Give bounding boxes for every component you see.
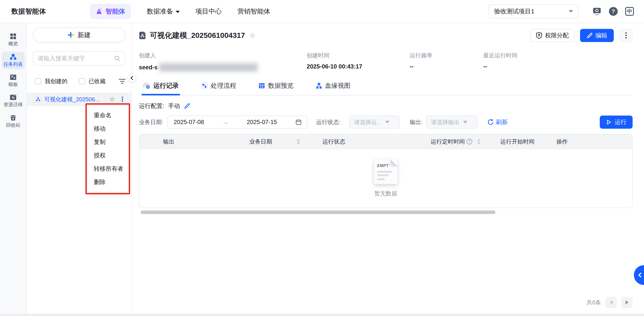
column-run-schedule-time-label: 运行定时时间 [431,138,465,146]
rail-item-recycle-bin[interactable]: 回收站 [2,112,25,130]
checkbox-starred[interactable] [79,78,85,84]
run-records-table: 输出 业务日期 运行状态 运行定时时间 ? 运行开始时间 操作 [139,134,632,208]
context-menu-item-copy[interactable]: 复制 [88,135,128,149]
nav-item-marketing-agent[interactable]: 营销智能体 [238,7,270,16]
meta-creator-value: seed-s [139,64,158,71]
rail-item-task-list-label: 任务列表 [4,62,23,67]
context-menu-item-transfer-owner[interactable]: 转移所有者 [88,162,128,175]
new-button[interactable]: 新建 [33,27,125,42]
title-star-icon[interactable]: ☆ [250,32,256,39]
kebab-menu-icon[interactable]: ⋮ [119,96,126,103]
list-item[interactable]: 可视化建模_202506... ☆ ⋮ [27,93,132,106]
arrow-right-icon: → [222,119,228,126]
tab-run-records[interactable]: 运行记录 [143,81,179,95]
output-placeholder: 请选择输出 [431,118,460,126]
pencil-icon [586,32,593,38]
rail-item-template-label: 模板 [8,82,18,87]
tab-data-preview[interactable]: 数据预览 [258,81,294,95]
chevron-right-icon [626,300,628,305]
question-circle-icon[interactable]: ? [466,139,472,144]
context-menu-item-rename[interactable]: 重命名 [88,109,128,122]
rail-item-template[interactable]: 模板 [2,72,25,89]
search-icon [114,55,120,62]
trash-icon [10,115,16,121]
rail-item-overview[interactable]: 概览 [2,31,25,48]
run-status-select[interactable]: 请选择运... [349,116,400,129]
run-button[interactable]: 运行 [600,116,632,129]
edit-button[interactable]: 编辑 [580,29,614,42]
agent-icon [96,8,102,15]
column-run-schedule-time: 运行定时时间 ? [413,138,494,146]
nav-item-marketing-agent-label: 营销智能体 [238,7,270,16]
scrollbar-thumb[interactable] [141,211,496,214]
date-start-value[interactable]: 2025-07-08 [174,119,204,126]
empty-text: 暂无数据 [374,190,397,197]
nav-item-agent[interactable]: 智能体 [90,4,131,19]
edit-config-pencil-icon[interactable] [184,103,190,109]
panel-collapse-button[interactable] [128,73,136,82]
column-business-date: 业务日期 [234,138,317,146]
rail-item-recycle-bin-label: 回收站 [6,123,20,128]
run-config-value: 手动 [168,102,180,110]
detail-header: 可视化建模_2025061004317 ☆ 权限分配 编辑 [139,29,632,42]
output-select[interactable]: 请选择输出 [426,116,478,129]
sort-icon[interactable] [296,139,300,144]
pagination: 共0条 [586,297,632,308]
meta-run-frequency-label: 运行频率 [410,52,432,59]
permission-button-label: 权限分配 [545,31,569,39]
date-range-picker[interactable]: 2025-07-08 → 2025-07-15 [167,116,307,129]
pagination-total: 共0条 [586,299,601,306]
lineage-icon [316,82,322,89]
meta-row: 创建人 seed-s 创建时间 2025-06-10 00:43:17 运行频率… [139,52,632,72]
nav-item-project-center[interactable]: 项目中心 [196,7,222,16]
date-end-value[interactable]: 2025-07-15 [247,119,277,126]
checkbox-created-by-me[interactable] [35,78,41,84]
chevron-down-icon [569,10,573,13]
checkbox-created-by-me-label[interactable]: 我创建的 [45,77,68,85]
meta-created-time-label: 创建时间 [307,52,362,59]
checkbox-starred-label[interactable]: 已收藏 [88,77,106,85]
more-actions-button[interactable] [620,29,632,42]
template-icon [10,74,16,80]
context-menu-item-move[interactable]: 移动 [88,122,128,135]
edit-button-label: 编辑 [595,31,607,39]
permission-button[interactable]: 权限分配 [530,29,574,42]
context-menu-item-delete[interactable]: 删除 [88,175,128,189]
column-run-start-time-label: 运行开始时间 [500,138,534,146]
refresh-button[interactable]: 刷新 [488,118,508,126]
run-filter-bar: 业务日期: 2025-07-08 → 2025-07-15 运行状态: 请选择运… [139,116,632,129]
tab-process-flow[interactable]: 处理流程 [201,81,236,95]
filter-icon[interactable] [119,79,126,84]
meta-run-frequency-value: -- [410,63,432,70]
project-select[interactable]: 验收测试项目1 [488,4,579,18]
empty-doc-text: EMPTY [377,163,390,168]
column-business-date-label: 业务日期 [249,138,272,146]
main-content: 可视化建模_2025061004317 ☆ 权限分配 编辑 [132,23,644,314]
rail-item-resource-migration[interactable]: 资源迁移 [2,92,25,109]
meta-creator-label: 创建人 [139,52,258,59]
language-icon[interactable]: 中 [625,7,634,16]
rail-item-task-list[interactable]: 任务列表 [2,52,25,69]
output-label: 输出: [410,118,422,126]
business-date-label: 业务日期: [139,118,163,126]
pagination-prev-button[interactable] [606,297,617,308]
rail-item-resource-migration-label: 资源迁移 [4,102,23,107]
header-actions: 权限分配 编辑 [530,29,632,42]
context-menu-item-authorize[interactable]: 授权 [88,149,128,162]
run-config-row: 运行配置: 手动 [139,102,632,110]
search-input[interactable] [38,55,114,62]
project-select-value: 验收测试项目1 [494,7,534,15]
sort-icon[interactable] [477,139,480,144]
shield-key-icon [536,32,542,39]
column-run-status: 运行状态 [317,138,413,146]
help-icon[interactable]: ? [609,7,618,16]
star-icon[interactable]: ☆ [109,96,115,102]
pagination-next-button[interactable] [621,297,632,308]
refresh-icon [488,119,494,125]
console-icon[interactable] [592,7,602,16]
nav-item-data-prep[interactable]: 数据准备 [147,7,180,16]
column-actions-label: 操作 [556,138,568,146]
list-item-name[interactable]: 可视化建模_202506... [44,96,109,103]
detail-tabs: 运行记录 处理流程 数据预览 [139,81,632,95]
tab-lineage-view[interactable]: 血缘视图 [316,81,350,95]
